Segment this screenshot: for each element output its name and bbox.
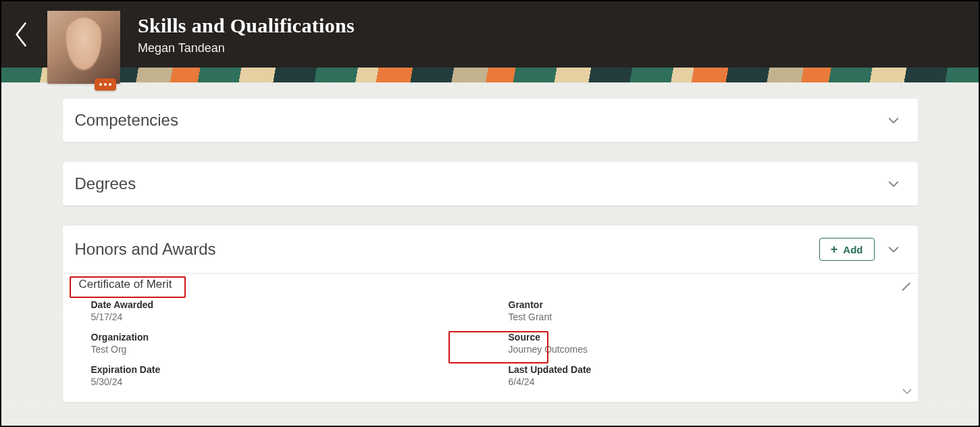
chevron-up-icon[interactable] xyxy=(887,243,900,256)
field-label: Date Awarded xyxy=(91,299,482,310)
section-header-competencies[interactable]: Competencies xyxy=(63,99,918,142)
field-value: 5/17/24 xyxy=(91,311,482,322)
content-inner: Competencies Degrees xyxy=(63,99,918,402)
section-degrees: Degrees xyxy=(63,162,918,205)
app-frame: Skills and Qualifications Megan Tandean … xyxy=(0,0,980,427)
avatar xyxy=(47,11,120,84)
add-button[interactable]: + Add xyxy=(819,238,875,261)
chevron-down-icon[interactable] xyxy=(887,177,900,191)
honors-item-fields: Date Awarded 5/17/24 Grantor Test Grant … xyxy=(75,295,906,387)
edit-button[interactable] xyxy=(900,280,912,295)
field-label: Source xyxy=(509,332,899,343)
honors-item-title: Certificate of Merit xyxy=(75,274,176,295)
add-button-label: Add xyxy=(843,244,862,255)
field-date-awarded: Date Awarded 5/17/24 xyxy=(91,299,482,322)
page-header: Skills and Qualifications Megan Tandean xyxy=(1,1,979,68)
section-title: Degrees xyxy=(75,174,136,193)
field-label: Expiration Date xyxy=(91,364,482,375)
back-button[interactable] xyxy=(8,1,35,68)
field-expiration: Expiration Date 5/30/24 xyxy=(91,364,482,387)
chevron-down-icon xyxy=(902,386,912,397)
title-block: Skills and Qualifications Megan Tandean xyxy=(138,14,355,55)
honors-body: Certificate of Merit Date Awarded 5/17/2… xyxy=(63,273,918,402)
field-value: 5/30/24 xyxy=(91,376,482,387)
field-label: Organization xyxy=(91,332,482,343)
chevron-down-icon[interactable] xyxy=(887,114,900,127)
avatar-more-button[interactable] xyxy=(95,78,116,91)
field-label: Last Updated Date xyxy=(509,364,899,375)
section-honors: Honors and Awards + Add Certifi xyxy=(63,226,918,402)
field-value: Test Org xyxy=(91,344,482,355)
field-organization: Organization Test Org xyxy=(91,332,482,355)
section-header-degrees[interactable]: Degrees xyxy=(63,162,918,205)
field-label: Grantor xyxy=(509,299,899,310)
avatar-container xyxy=(47,11,120,84)
pencil-icon xyxy=(900,280,912,293)
person-name: Megan Tandean xyxy=(138,41,355,55)
field-last-updated: Last Updated Date 6/4/24 xyxy=(509,364,899,387)
content-area: Competencies Degrees xyxy=(1,82,979,426)
field-value: 6/4/24 xyxy=(509,376,899,387)
field-grantor: Grantor Test Grant xyxy=(509,299,899,322)
field-source: Source Journey Outcomes xyxy=(509,332,899,355)
section-competencies: Competencies xyxy=(63,99,918,142)
page-title: Skills and Qualifications xyxy=(138,14,355,37)
field-value: Journey Outcomes xyxy=(509,344,899,355)
plus-icon: + xyxy=(831,243,838,255)
expand-item-button[interactable] xyxy=(902,386,912,399)
decorative-banner xyxy=(1,68,979,82)
section-header-honors[interactable]: Honors and Awards + Add xyxy=(63,226,918,273)
section-title: Competencies xyxy=(75,111,178,130)
field-value: Test Grant xyxy=(509,311,899,322)
section-title: Honors and Awards xyxy=(75,240,216,259)
chevron-left-icon xyxy=(14,21,29,48)
